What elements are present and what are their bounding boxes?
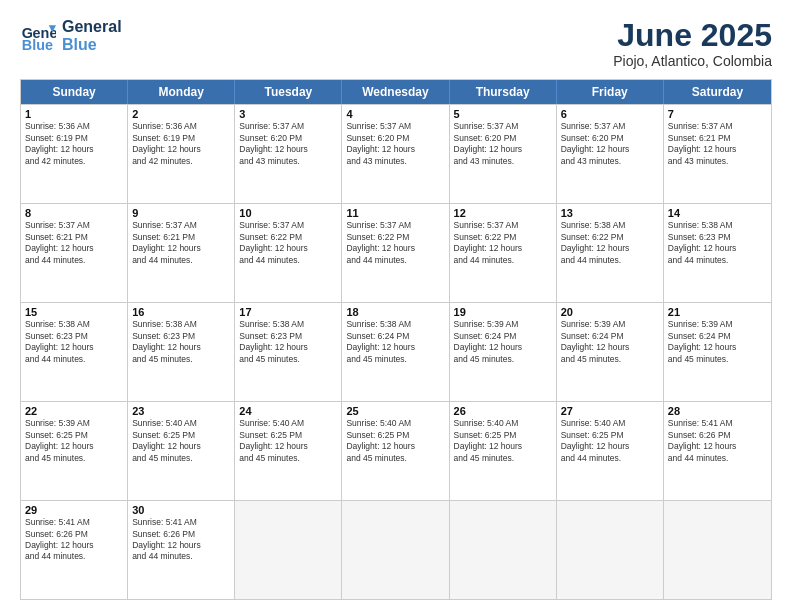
cell-23: 23 Sunrise: 5:40 AMSunset: 6:25 PMDaylig… [128,402,235,500]
cell-content: Sunrise: 5:38 AMSunset: 6:23 PMDaylight:… [132,319,201,363]
cell-7: 7 Sunrise: 5:37 AMSunset: 6:21 PMDayligh… [664,105,771,203]
day-number: 13 [561,207,659,219]
day-number: 3 [239,108,337,120]
header-saturday: Saturday [664,80,771,104]
cell-content: Sunrise: 5:40 AMSunset: 6:25 PMDaylight:… [454,418,523,462]
cell-content: Sunrise: 5:38 AMSunset: 6:23 PMDaylight:… [25,319,94,363]
cell-15: 15 Sunrise: 5:38 AMSunset: 6:23 PMDaylig… [21,303,128,401]
cell-content: Sunrise: 5:41 AMSunset: 6:26 PMDaylight:… [132,517,201,561]
day-number: 5 [454,108,552,120]
day-number: 26 [454,405,552,417]
cell-4: 4 Sunrise: 5:37 AMSunset: 6:20 PMDayligh… [342,105,449,203]
cell-content: Sunrise: 5:38 AMSunset: 6:24 PMDaylight:… [346,319,415,363]
day-number: 30 [132,504,230,516]
week-row-1: 1 Sunrise: 5:36 AMSunset: 6:19 PMDayligh… [21,104,771,203]
cell-content: Sunrise: 5:37 AMSunset: 6:22 PMDaylight:… [346,220,415,264]
day-number: 7 [668,108,767,120]
cell-13: 13 Sunrise: 5:38 AMSunset: 6:22 PMDaylig… [557,204,664,302]
cell-content: Sunrise: 5:37 AMSunset: 6:21 PMDaylight:… [132,220,201,264]
cell-content: Sunrise: 5:37 AMSunset: 6:22 PMDaylight:… [454,220,523,264]
week-row-4: 22 Sunrise: 5:39 AMSunset: 6:25 PMDaylig… [21,401,771,500]
day-number: 24 [239,405,337,417]
cell-empty-1 [235,501,342,599]
cell-content: Sunrise: 5:40 AMSunset: 6:25 PMDaylight:… [239,418,308,462]
cell-content: Sunrise: 5:40 AMSunset: 6:25 PMDaylight:… [561,418,630,462]
cell-content: Sunrise: 5:37 AMSunset: 6:20 PMDaylight:… [454,121,523,165]
day-number: 19 [454,306,552,318]
cell-content: Sunrise: 5:36 AMSunset: 6:19 PMDaylight:… [132,121,201,165]
cell-5: 5 Sunrise: 5:37 AMSunset: 6:20 PMDayligh… [450,105,557,203]
day-number: 22 [25,405,123,417]
day-number: 14 [668,207,767,219]
calendar-body: 1 Sunrise: 5:36 AMSunset: 6:19 PMDayligh… [21,104,771,599]
calendar: Sunday Monday Tuesday Wednesday Thursday… [20,79,772,600]
cell-25: 25 Sunrise: 5:40 AMSunset: 6:25 PMDaylig… [342,402,449,500]
day-number: 15 [25,306,123,318]
cell-11: 11 Sunrise: 5:37 AMSunset: 6:22 PMDaylig… [342,204,449,302]
cell-26: 26 Sunrise: 5:40 AMSunset: 6:25 PMDaylig… [450,402,557,500]
header-thursday: Thursday [450,80,557,104]
logo-blue: Blue [62,36,122,54]
cell-content: Sunrise: 5:39 AMSunset: 6:24 PMDaylight:… [668,319,737,363]
cell-30: 30 Sunrise: 5:41 AMSunset: 6:26 PMDaylig… [128,501,235,599]
cell-28: 28 Sunrise: 5:41 AMSunset: 6:26 PMDaylig… [664,402,771,500]
main-title: June 2025 [613,18,772,53]
cell-content: Sunrise: 5:37 AMSunset: 6:21 PMDaylight:… [25,220,94,264]
cell-9: 9 Sunrise: 5:37 AMSunset: 6:21 PMDayligh… [128,204,235,302]
page: G eneral Blue General Blue June 2025 Pio… [0,0,792,612]
cell-content: Sunrise: 5:36 AMSunset: 6:19 PMDaylight:… [25,121,94,165]
cell-empty-5 [664,501,771,599]
header-wednesday: Wednesday [342,80,449,104]
logo: G eneral Blue General Blue [20,18,122,54]
cell-content: Sunrise: 5:37 AMSunset: 6:20 PMDaylight:… [346,121,415,165]
cell-17: 17 Sunrise: 5:38 AMSunset: 6:23 PMDaylig… [235,303,342,401]
cell-empty-4 [557,501,664,599]
cell-1: 1 Sunrise: 5:36 AMSunset: 6:19 PMDayligh… [21,105,128,203]
cell-19: 19 Sunrise: 5:39 AMSunset: 6:24 PMDaylig… [450,303,557,401]
cell-20: 20 Sunrise: 5:39 AMSunset: 6:24 PMDaylig… [557,303,664,401]
day-number: 16 [132,306,230,318]
cell-6: 6 Sunrise: 5:37 AMSunset: 6:20 PMDayligh… [557,105,664,203]
day-number: 10 [239,207,337,219]
day-number: 8 [25,207,123,219]
cell-21: 21 Sunrise: 5:39 AMSunset: 6:24 PMDaylig… [664,303,771,401]
header-friday: Friday [557,80,664,104]
cell-content: Sunrise: 5:37 AMSunset: 6:22 PMDaylight:… [239,220,308,264]
cell-content: Sunrise: 5:38 AMSunset: 6:23 PMDaylight:… [239,319,308,363]
header-tuesday: Tuesday [235,80,342,104]
cell-8: 8 Sunrise: 5:37 AMSunset: 6:21 PMDayligh… [21,204,128,302]
week-row-5: 29 Sunrise: 5:41 AMSunset: 6:26 PMDaylig… [21,500,771,599]
cell-18: 18 Sunrise: 5:38 AMSunset: 6:24 PMDaylig… [342,303,449,401]
header-monday: Monday [128,80,235,104]
cell-24: 24 Sunrise: 5:40 AMSunset: 6:25 PMDaylig… [235,402,342,500]
cell-content: Sunrise: 5:39 AMSunset: 6:24 PMDaylight:… [454,319,523,363]
cell-content: Sunrise: 5:39 AMSunset: 6:24 PMDaylight:… [561,319,630,363]
day-number: 23 [132,405,230,417]
day-number: 12 [454,207,552,219]
cell-22: 22 Sunrise: 5:39 AMSunset: 6:25 PMDaylig… [21,402,128,500]
day-number: 11 [346,207,444,219]
cell-content: Sunrise: 5:38 AMSunset: 6:23 PMDaylight:… [668,220,737,264]
cell-12: 12 Sunrise: 5:37 AMSunset: 6:22 PMDaylig… [450,204,557,302]
cell-16: 16 Sunrise: 5:38 AMSunset: 6:23 PMDaylig… [128,303,235,401]
header-sunday: Sunday [21,80,128,104]
cell-content: Sunrise: 5:41 AMSunset: 6:26 PMDaylight:… [25,517,94,561]
cell-content: Sunrise: 5:38 AMSunset: 6:22 PMDaylight:… [561,220,630,264]
day-number: 20 [561,306,659,318]
cell-3: 3 Sunrise: 5:37 AMSunset: 6:20 PMDayligh… [235,105,342,203]
week-row-3: 15 Sunrise: 5:38 AMSunset: 6:23 PMDaylig… [21,302,771,401]
logo-icon: G eneral Blue [20,18,56,54]
title-block: June 2025 Piojo, Atlantico, Colombia [613,18,772,69]
day-number: 6 [561,108,659,120]
cell-2: 2 Sunrise: 5:36 AMSunset: 6:19 PMDayligh… [128,105,235,203]
day-number: 25 [346,405,444,417]
svg-text:Blue: Blue [22,37,53,53]
day-number: 2 [132,108,230,120]
cell-content: Sunrise: 5:39 AMSunset: 6:25 PMDaylight:… [25,418,94,462]
cell-29: 29 Sunrise: 5:41 AMSunset: 6:26 PMDaylig… [21,501,128,599]
day-number: 27 [561,405,659,417]
cell-27: 27 Sunrise: 5:40 AMSunset: 6:25 PMDaylig… [557,402,664,500]
day-number: 4 [346,108,444,120]
day-number: 9 [132,207,230,219]
header: G eneral Blue General Blue June 2025 Pio… [20,18,772,69]
